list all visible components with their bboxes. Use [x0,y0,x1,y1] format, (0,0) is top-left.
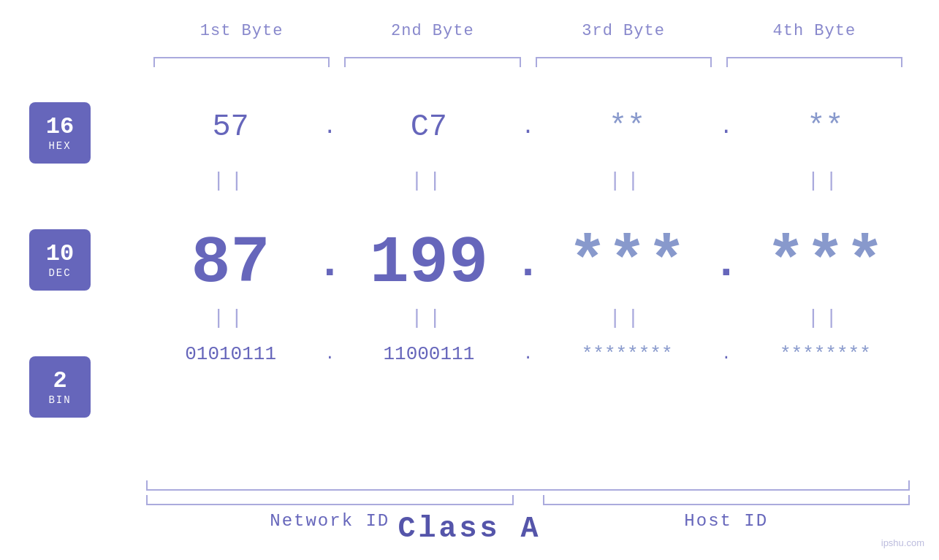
hex-val-3: ** [543,110,712,145]
main-container: 1st Byte 2nd Byte 3rd Byte 4th Byte 16 H… [0,0,939,560]
bin-dot-3: . [712,345,741,364]
bracket-1 [153,57,330,67]
hex-badge: 16 HEX [29,102,91,164]
byte-header-4: 4th Byte [719,22,910,40]
dec-badge-num: 10 [46,241,74,266]
bin-badge-label: BIN [48,394,71,406]
eq1-1: || [146,169,315,192]
dec-badge: 10 DEC [29,229,91,291]
eq2-3: || [543,307,712,329]
host-bracket [543,495,911,505]
hex-row: 57 . C7 . ** . ** [146,110,910,145]
bracket-2 [344,57,520,67]
dec-val-1: 87 [146,226,315,301]
dec-val-3: *** [543,226,712,301]
eq1-2: || [344,169,513,192]
base-badges: 16 HEX 10 DEC 2 BIN [29,102,91,418]
dec-dot-2: . [514,239,543,288]
equals-row-2: || || || || [146,307,910,329]
eq2-1: || [146,307,315,329]
byte-header-1: 1st Byte [146,22,337,40]
hex-dot-1: . [315,115,344,139]
hex-badge-label: HEX [48,140,71,152]
bin-dot-1: . [315,345,344,364]
byte-header-2: 2nd Byte [337,22,528,40]
bracket-4 [726,57,902,67]
eq1-4: || [741,169,910,192]
bin-row: 01010111 . 11000111 . ******** . *******… [146,343,910,365]
top-brackets [146,57,910,67]
eq2-4: || [741,307,910,329]
dec-row: 87 . 199 . *** . *** [146,226,910,301]
equals-row-1: || || || || [146,169,910,192]
bin-badge-num: 2 [53,368,66,394]
byte-header-3: 3rd Byte [528,22,719,40]
hex-dot-2: . [514,115,543,139]
hex-val-2: C7 [344,110,513,145]
byte-headers: 1st Byte 2nd Byte 3rd Byte 4th Byte [146,22,910,40]
dec-val-2: 199 [344,226,513,301]
dec-badge-label: DEC [48,267,71,279]
hex-badge-num: 16 [46,114,74,139]
network-bracket [146,495,514,505]
bin-val-4: ******** [741,343,910,365]
bottom-brackets [146,491,910,505]
eq2-2: || [344,307,513,329]
bin-badge: 2 BIN [29,356,91,418]
bracket-3 [536,57,712,67]
hex-val-1: 57 [146,110,315,145]
dec-dot-3: . [712,239,741,288]
watermark: ipshu.com [881,537,924,548]
bin-val-1: 01010111 [146,343,315,365]
hex-val-4: ** [741,110,910,145]
eq1-3: || [543,169,712,192]
hex-dot-3: . [712,115,741,139]
class-label: Class A [0,513,939,545]
main-grid: 57 . C7 . ** . ** || || || || 87 . 199 .… [146,80,910,516]
dec-val-4: *** [741,226,910,301]
bin-dot-2: . [514,345,543,364]
bin-val-2: 11000111 [344,343,513,365]
dec-dot-1: . [315,239,344,288]
big-bottom-bracket [146,480,910,491]
bin-val-3: ******** [543,343,712,365]
